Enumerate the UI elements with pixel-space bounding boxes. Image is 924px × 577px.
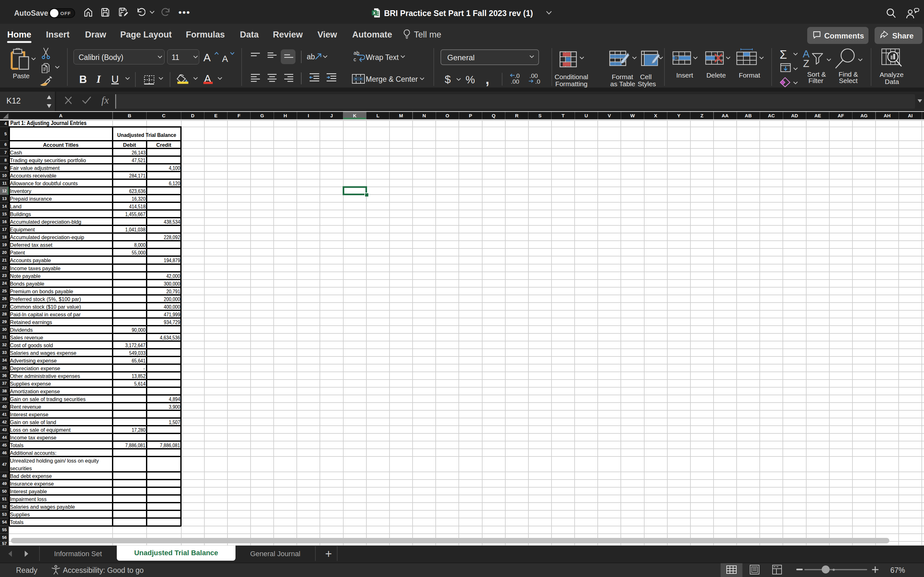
- svg-text:X: X: [373, 11, 375, 15]
